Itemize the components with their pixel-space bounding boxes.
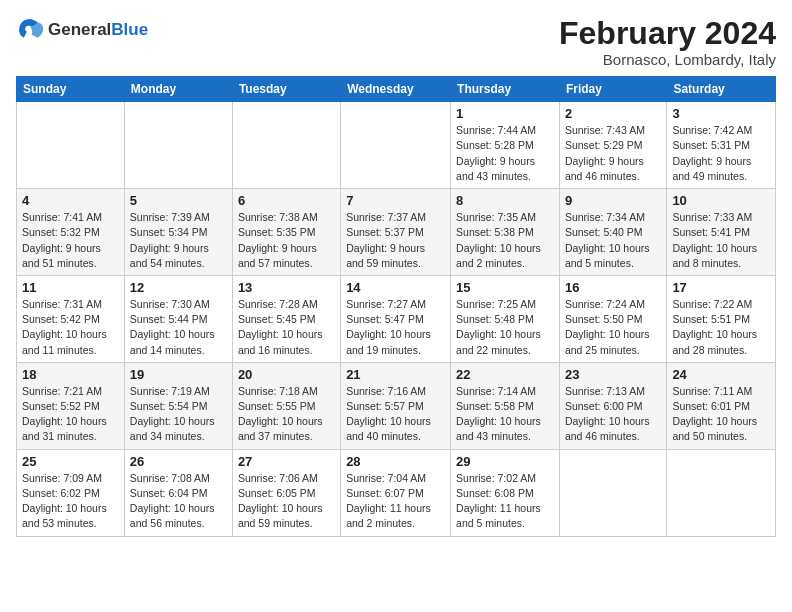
day-info: Sunrise: 7:06 AMSunset: 6:05 PMDaylight:… <box>238 471 335 532</box>
col-friday: Friday <box>559 77 666 102</box>
col-wednesday: Wednesday <box>341 77 451 102</box>
day-info: Sunrise: 7:14 AMSunset: 5:58 PMDaylight:… <box>456 384 554 445</box>
table-row: 14Sunrise: 7:27 AMSunset: 5:47 PMDayligh… <box>341 275 451 362</box>
table-row: 2Sunrise: 7:43 AMSunset: 5:29 PMDaylight… <box>559 102 666 189</box>
day-number: 21 <box>346 367 445 382</box>
day-number: 15 <box>456 280 554 295</box>
col-thursday: Thursday <box>451 77 560 102</box>
day-info: Sunrise: 7:27 AMSunset: 5:47 PMDaylight:… <box>346 297 445 358</box>
table-row: 26Sunrise: 7:08 AMSunset: 6:04 PMDayligh… <box>124 449 232 536</box>
day-number: 1 <box>456 106 554 121</box>
day-info: Sunrise: 7:33 AMSunset: 5:41 PMDaylight:… <box>672 210 770 271</box>
logo-bird-icon <box>16 16 44 44</box>
day-number: 10 <box>672 193 770 208</box>
day-info: Sunrise: 7:31 AMSunset: 5:42 PMDaylight:… <box>22 297 119 358</box>
day-number: 3 <box>672 106 770 121</box>
table-row: 20Sunrise: 7:18 AMSunset: 5:55 PMDayligh… <box>232 362 340 449</box>
day-number: 12 <box>130 280 227 295</box>
day-number: 7 <box>346 193 445 208</box>
day-info: Sunrise: 7:18 AMSunset: 5:55 PMDaylight:… <box>238 384 335 445</box>
day-number: 8 <box>456 193 554 208</box>
day-number: 2 <box>565 106 661 121</box>
day-info: Sunrise: 7:24 AMSunset: 5:50 PMDaylight:… <box>565 297 661 358</box>
logo-blue: Blue <box>111 20 148 39</box>
table-row <box>124 102 232 189</box>
calendar-week-row: 1Sunrise: 7:44 AMSunset: 5:28 PMDaylight… <box>17 102 776 189</box>
table-row: 11Sunrise: 7:31 AMSunset: 5:42 PMDayligh… <box>17 275 125 362</box>
day-number: 11 <box>22 280 119 295</box>
table-row <box>17 102 125 189</box>
day-number: 23 <box>565 367 661 382</box>
day-number: 26 <box>130 454 227 469</box>
day-info: Sunrise: 7:08 AMSunset: 6:04 PMDaylight:… <box>130 471 227 532</box>
table-row: 22Sunrise: 7:14 AMSunset: 5:58 PMDayligh… <box>451 362 560 449</box>
day-info: Sunrise: 7:11 AMSunset: 6:01 PMDaylight:… <box>672 384 770 445</box>
col-sunday: Sunday <box>17 77 125 102</box>
col-saturday: Saturday <box>667 77 776 102</box>
table-row: 5Sunrise: 7:39 AMSunset: 5:34 PMDaylight… <box>124 189 232 276</box>
day-info: Sunrise: 7:43 AMSunset: 5:29 PMDaylight:… <box>565 123 661 184</box>
table-row: 10Sunrise: 7:33 AMSunset: 5:41 PMDayligh… <box>667 189 776 276</box>
day-info: Sunrise: 7:30 AMSunset: 5:44 PMDaylight:… <box>130 297 227 358</box>
table-row: 6Sunrise: 7:38 AMSunset: 5:35 PMDaylight… <box>232 189 340 276</box>
day-info: Sunrise: 7:13 AMSunset: 6:00 PMDaylight:… <box>565 384 661 445</box>
day-number: 5 <box>130 193 227 208</box>
col-tuesday: Tuesday <box>232 77 340 102</box>
day-info: Sunrise: 7:35 AMSunset: 5:38 PMDaylight:… <box>456 210 554 271</box>
table-row: 3Sunrise: 7:42 AMSunset: 5:31 PMDaylight… <box>667 102 776 189</box>
table-row <box>559 449 666 536</box>
day-number: 9 <box>565 193 661 208</box>
table-row: 7Sunrise: 7:37 AMSunset: 5:37 PMDaylight… <box>341 189 451 276</box>
day-number: 25 <box>22 454 119 469</box>
calendar-header-row: Sunday Monday Tuesday Wednesday Thursday… <box>17 77 776 102</box>
table-row: 24Sunrise: 7:11 AMSunset: 6:01 PMDayligh… <box>667 362 776 449</box>
day-number: 20 <box>238 367 335 382</box>
table-row: 29Sunrise: 7:02 AMSunset: 6:08 PMDayligh… <box>451 449 560 536</box>
table-row: 18Sunrise: 7:21 AMSunset: 5:52 PMDayligh… <box>17 362 125 449</box>
table-row <box>667 449 776 536</box>
day-number: 22 <box>456 367 554 382</box>
day-number: 14 <box>346 280 445 295</box>
calendar-table: Sunday Monday Tuesday Wednesday Thursday… <box>16 76 776 536</box>
day-info: Sunrise: 7:09 AMSunset: 6:02 PMDaylight:… <box>22 471 119 532</box>
table-row: 27Sunrise: 7:06 AMSunset: 6:05 PMDayligh… <box>232 449 340 536</box>
day-info: Sunrise: 7:04 AMSunset: 6:07 PMDaylight:… <box>346 471 445 532</box>
table-row <box>232 102 340 189</box>
table-row: 28Sunrise: 7:04 AMSunset: 6:07 PMDayligh… <box>341 449 451 536</box>
day-info: Sunrise: 7:19 AMSunset: 5:54 PMDaylight:… <box>130 384 227 445</box>
day-info: Sunrise: 7:44 AMSunset: 5:28 PMDaylight:… <box>456 123 554 184</box>
calendar-week-row: 25Sunrise: 7:09 AMSunset: 6:02 PMDayligh… <box>17 449 776 536</box>
table-row: 8Sunrise: 7:35 AMSunset: 5:38 PMDaylight… <box>451 189 560 276</box>
table-row: 21Sunrise: 7:16 AMSunset: 5:57 PMDayligh… <box>341 362 451 449</box>
table-row: 16Sunrise: 7:24 AMSunset: 5:50 PMDayligh… <box>559 275 666 362</box>
table-row: 25Sunrise: 7:09 AMSunset: 6:02 PMDayligh… <box>17 449 125 536</box>
logo-text: GeneralBlue <box>48 20 148 40</box>
calendar-week-row: 18Sunrise: 7:21 AMSunset: 5:52 PMDayligh… <box>17 362 776 449</box>
day-info: Sunrise: 7:37 AMSunset: 5:37 PMDaylight:… <box>346 210 445 271</box>
table-row: 4Sunrise: 7:41 AMSunset: 5:32 PMDaylight… <box>17 189 125 276</box>
day-number: 13 <box>238 280 335 295</box>
day-number: 16 <box>565 280 661 295</box>
logo: GeneralBlue <box>16 16 148 44</box>
table-row: 17Sunrise: 7:22 AMSunset: 5:51 PMDayligh… <box>667 275 776 362</box>
day-number: 24 <box>672 367 770 382</box>
table-row: 1Sunrise: 7:44 AMSunset: 5:28 PMDaylight… <box>451 102 560 189</box>
month-title: February 2024 <box>559 16 776 51</box>
day-info: Sunrise: 7:16 AMSunset: 5:57 PMDaylight:… <box>346 384 445 445</box>
day-info: Sunrise: 7:42 AMSunset: 5:31 PMDaylight:… <box>672 123 770 184</box>
table-row: 23Sunrise: 7:13 AMSunset: 6:00 PMDayligh… <box>559 362 666 449</box>
day-info: Sunrise: 7:02 AMSunset: 6:08 PMDaylight:… <box>456 471 554 532</box>
day-number: 28 <box>346 454 445 469</box>
table-row: 12Sunrise: 7:30 AMSunset: 5:44 PMDayligh… <box>124 275 232 362</box>
day-info: Sunrise: 7:34 AMSunset: 5:40 PMDaylight:… <box>565 210 661 271</box>
day-info: Sunrise: 7:25 AMSunset: 5:48 PMDaylight:… <box>456 297 554 358</box>
day-number: 29 <box>456 454 554 469</box>
logo-general: General <box>48 20 111 39</box>
day-info: Sunrise: 7:39 AMSunset: 5:34 PMDaylight:… <box>130 210 227 271</box>
day-number: 19 <box>130 367 227 382</box>
day-info: Sunrise: 7:21 AMSunset: 5:52 PMDaylight:… <box>22 384 119 445</box>
calendar-week-row: 11Sunrise: 7:31 AMSunset: 5:42 PMDayligh… <box>17 275 776 362</box>
calendar-week-row: 4Sunrise: 7:41 AMSunset: 5:32 PMDaylight… <box>17 189 776 276</box>
title-block: February 2024 Bornasco, Lombardy, Italy <box>559 16 776 68</box>
day-info: Sunrise: 7:41 AMSunset: 5:32 PMDaylight:… <box>22 210 119 271</box>
